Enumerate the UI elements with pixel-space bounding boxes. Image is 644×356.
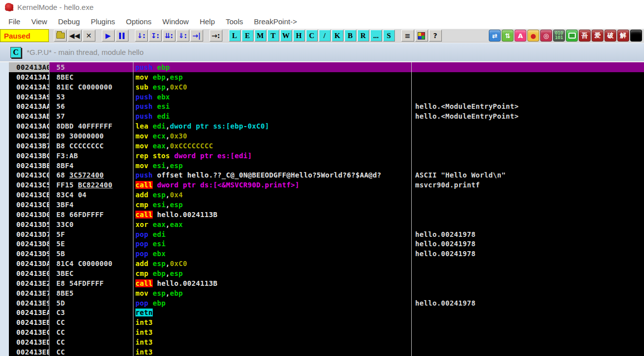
menu-item-help[interactable]: Help: [194, 15, 220, 28]
disasm-row-002413A9[interactable]: 002413A953push ebx: [9, 92, 644, 102]
disasm-row-002413E7[interactable]: 002413E78BE5mov esp,ebp: [9, 288, 644, 298]
menu-item-plugins[interactable]: Plugins: [86, 15, 121, 28]
binary-button[interactable]: 010 101: [553, 30, 565, 42]
disasm-row-002413C0[interactable]: 002413C068 3C572400push offset hello.??_…: [9, 170, 644, 180]
menu-item-view[interactable]: View: [26, 15, 52, 28]
disasm-token: int3: [135, 318, 153, 326]
disasm-row-002413D7[interactable]: 002413D75Fpop edihello.00241978: [9, 229, 644, 239]
disasm-row-002413D8[interactable]: 002413D85Epop esihello.00241978: [9, 239, 644, 249]
jie-button[interactable]: 解: [617, 30, 629, 42]
step-over-button[interactable]: ↧:: [149, 30, 162, 42]
black-button[interactable]: [630, 30, 642, 42]
open-file-button[interactable]: [54, 30, 67, 42]
disasm-row-002413E9[interactable]: 002413E95Dpop ebphello.00241978: [9, 298, 644, 308]
disasm-row-002413EB[interactable]: 002413EBCCint3: [9, 317, 644, 327]
run-button[interactable]: ▶: [102, 30, 115, 42]
disasm-row-002413D5[interactable]: 002413D533C0xor eax,eax: [9, 220, 644, 229]
panel-button-R[interactable]: R: [357, 30, 369, 42]
disasm-row-002413D9[interactable]: 002413D95Bpop ebxhello.00241978: [9, 249, 644, 259]
disasm-row-002413BE[interactable]: 002413BE8BF4mov esi,esp: [9, 161, 644, 171]
menu-item-breakpoint[interactable]: BreakPoint->: [249, 15, 302, 28]
menu-item-debug[interactable]: Debug: [52, 15, 85, 28]
panel-button-dots[interactable]: ...: [370, 30, 382, 42]
byte-token: 83C4 04: [56, 191, 86, 199]
trace-into-button[interactable]: ⇊:: [163, 30, 175, 42]
panel-button-H[interactable]: H: [293, 30, 305, 42]
pause-button[interactable]: [116, 30, 129, 42]
panel-button-slash[interactable]: /: [319, 30, 331, 42]
disasm-row-002413ED[interactable]: 002413EDCCint3: [9, 337, 644, 347]
panel-button-B[interactable]: B: [344, 30, 356, 42]
disasm-row-002413A3[interactable]: 002413A381EC C0000000sub esp,0xC0: [9, 82, 644, 92]
target-button[interactable]: ◎: [540, 30, 552, 42]
address-cell: 002413AB: [9, 111, 49, 121]
disasm-row-002413B7[interactable]: 002413B7B8 CCCCCCCCmov eax,0xCCCCCCCC: [9, 141, 644, 151]
execute-till-return-button[interactable]: →|: [190, 30, 203, 42]
cpu-tab-icon[interactable]: C: [10, 47, 21, 58]
disassembly-rows: 002413A055push ebp002413A18BECmov ebp,es…: [9, 62, 644, 356]
step-into-button[interactable]: ↓:: [135, 30, 148, 42]
help-button[interactable]: ?: [429, 30, 442, 42]
panel-button-C[interactable]: C: [306, 30, 318, 42]
disasm-token: [148, 250, 153, 258]
disasm-row-002413C5[interactable]: 002413C5FF15 BC822400call dword ptr ds:[…: [9, 180, 644, 190]
disasm-row-002413EE[interactable]: 002413EECCint3: [9, 347, 644, 356]
disasm-token: call: [135, 211, 153, 219]
swap-arrows-button[interactable]: ⇄: [489, 30, 501, 42]
panel-button-E[interactable]: E: [242, 30, 254, 42]
disasm-row-002413A1[interactable]: 002413A18BECmov ebp,esp: [9, 72, 644, 82]
menu-item-options[interactable]: Options: [121, 15, 157, 28]
po-button[interactable]: 破: [604, 30, 616, 42]
disasm-row-002413D0[interactable]: 002413D0E8 66FDFFFFcall hello.0024113B: [9, 210, 644, 220]
address-cell: 002413ED: [9, 337, 49, 347]
panel-button-S[interactable]: S: [383, 30, 395, 42]
comment-cell: hello.00241978: [412, 298, 644, 308]
disasm-token: pop: [135, 230, 148, 238]
go-to-button[interactable]: →:: [210, 30, 222, 42]
disasm-row-002413EA[interactable]: 002413EAC3retn: [9, 308, 644, 317]
disasm-token: esi: [153, 201, 166, 209]
restart-button[interactable]: ◀◀: [68, 30, 82, 42]
record-button[interactable]: ●: [527, 30, 539, 42]
disasm-token: push: [135, 93, 153, 101]
disasm-row-002413AA[interactable]: 002413AA56push esihello.<ModuleEntryPoin…: [9, 101, 644, 111]
updown-arrows-button[interactable]: ⇅: [502, 30, 514, 42]
disasm-token: pop: [135, 299, 148, 307]
instruction-cell: push esi: [133, 101, 412, 111]
log-window-button[interactable]: ≡: [401, 30, 414, 42]
disasm-row-002413CE[interactable]: 002413CE3BF4cmp esi,esp: [9, 200, 644, 210]
disasm-row-002413A0[interactable]: 002413A055push ebp: [9, 62, 644, 72]
ai-button[interactable]: 爱: [592, 30, 603, 42]
screen-button[interactable]: [566, 30, 578, 42]
appearance-button[interactable]: [415, 30, 428, 42]
disasm-token: 0x30: [170, 132, 187, 140]
disasm-token: 0xC0: [170, 83, 187, 91]
disasm-token: ,: [166, 191, 170, 199]
panel-button-M[interactable]: M: [255, 30, 266, 42]
letter-a-button[interactable]: A: [515, 30, 526, 42]
disasm-row-002413AB[interactable]: 002413AB57push edihello.<ModuleEntryPoin…: [9, 111, 644, 121]
trace-over-button[interactable]: ⇓:: [176, 30, 189, 42]
disasm-row-002413B2[interactable]: 002413B2B9 30000000mov ecx,0x30: [9, 131, 644, 141]
address-cell: 002413A1: [9, 72, 49, 82]
panel-button-W[interactable]: W: [280, 30, 292, 42]
comment-cell: [412, 92, 644, 102]
disasm-row-002413E2[interactable]: 002413E2E8 54FDFFFFcall hello.0024113B: [9, 278, 644, 288]
wu-button[interactable]: 吾: [579, 30, 591, 42]
instruction-cell: call dword ptr ds:[<&MSVCR90D.printf>]: [133, 180, 412, 190]
panel-button-K[interactable]: K: [332, 30, 343, 42]
disasm-row-002413E0[interactable]: 002413E03BECcmp ebp,esp: [9, 268, 644, 278]
menu-item-window[interactable]: Window: [157, 15, 194, 28]
disasm-row-002413BC[interactable]: 002413BCF3:ABrep stos dword ptr es:[edi]: [9, 151, 644, 161]
close-button[interactable]: ✕: [83, 30, 95, 42]
disasm-row-002413CB[interactable]: 002413CB83C4 04add esp,0x4: [9, 190, 644, 200]
address-cell: 002413E0: [9, 268, 49, 278]
disasm-row-002413AC[interactable]: 002413AC8DBD 40FFFFFFlea edi,dword ptr s…: [9, 121, 644, 131]
bytes-cell: 8DBD 40FFFFFF: [49, 121, 133, 131]
disasm-row-002413DA[interactable]: 002413DA81C4 C0000000add esp,0xC0: [9, 259, 644, 268]
panel-button-L[interactable]: L: [229, 30, 241, 42]
disasm-row-002413EC[interactable]: 002413ECCCint3: [9, 327, 644, 337]
menu-item-file[interactable]: File: [3, 15, 26, 28]
panel-button-T[interactable]: T: [267, 30, 279, 42]
menu-item-tools[interactable]: Tools: [220, 15, 249, 28]
